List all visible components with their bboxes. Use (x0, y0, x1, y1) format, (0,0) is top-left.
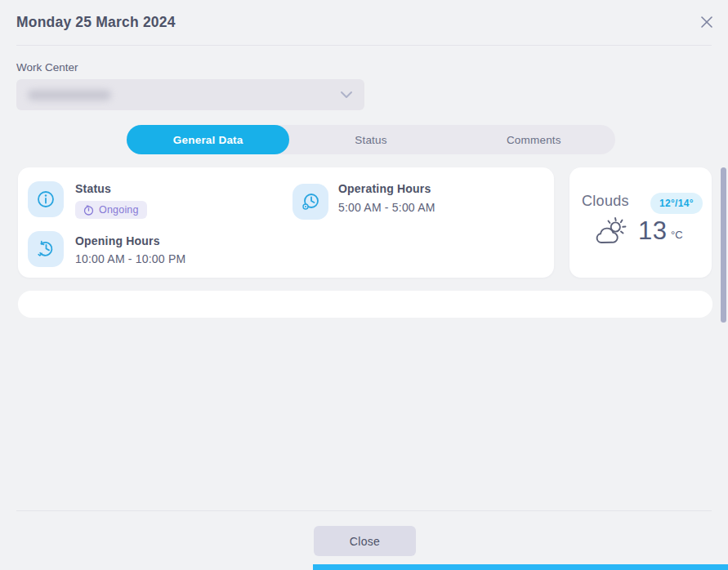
page-title: Monday 25 March 2024 (16, 14, 176, 31)
general-data-card: Status Ongoing Operating Hours 5:00 AM -… (18, 167, 554, 278)
close-icon[interactable] (699, 15, 714, 29)
opening-hours-label: Opening Hours (75, 234, 160, 247)
chevron-down-icon (340, 87, 353, 102)
status-label: Status (75, 182, 111, 195)
tab-comments[interactable]: Comments (453, 125, 615, 154)
status-badge: Ongoing (75, 201, 147, 219)
day-detail-modal: Monday 25 March 2024 Work Center General… (0, 0, 728, 570)
redacted-value (28, 90, 111, 100)
work-center-select[interactable] (16, 79, 364, 110)
opening-hours-value: 10:00 AM - 10:00 PM (75, 252, 185, 265)
weather-condition: Clouds (582, 193, 629, 210)
temperature-unit: °C (671, 229, 683, 241)
scrollbar-thumb[interactable] (721, 167, 726, 323)
info-icon (28, 181, 64, 217)
sun-cloud-icon (595, 216, 629, 249)
status-badge-label: Ongoing (99, 204, 139, 216)
work-center-label: Work Center (16, 61, 78, 73)
tab-bar: General Data Status Comments (127, 125, 615, 154)
clock-gear-icon (293, 184, 328, 220)
weather-card: Clouds 12°/14° 13 °C (569, 167, 712, 278)
temp-range-badge: 12°/14° (650, 193, 703, 214)
tab-status[interactable]: Status (289, 125, 452, 154)
operating-hours-label: Operating Hours (338, 182, 431, 195)
temperature-value: 13 (638, 216, 667, 246)
clock-history-icon (28, 231, 64, 267)
operating-hours-value: 5:00 AM - 5:00 AM (338, 201, 435, 214)
tab-general-data[interactable]: General Data (127, 125, 289, 154)
close-button[interactable]: Close (314, 526, 416, 556)
clock-icon (83, 205, 94, 216)
empty-row-card (18, 291, 712, 318)
header-divider (16, 45, 712, 46)
bottom-accent-bar (313, 564, 728, 570)
footer-divider (16, 510, 712, 511)
